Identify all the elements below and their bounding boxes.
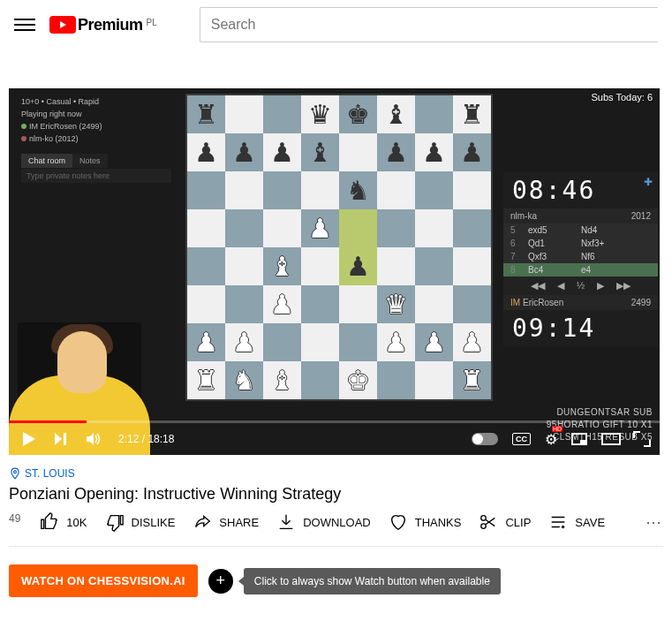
player1: IM EricRosen (2499) [29, 122, 102, 131]
square-b4 [225, 247, 263, 285]
more-button[interactable]: ⋯ [646, 512, 663, 532]
square-f8: ♝ [377, 95, 415, 133]
square-g3 [415, 285, 453, 323]
volume-button[interactable] [85, 430, 102, 448]
square-c5 [263, 209, 301, 247]
svg-point-3 [481, 524, 487, 529]
private-notes: Type private notes here [21, 169, 171, 183]
square-f1 [377, 361, 415, 399]
square-b1: ♞ [225, 361, 263, 399]
tooltip: Click to always show Watch button when a… [244, 568, 501, 594]
square-h8: ♜ [453, 95, 491, 133]
lichess-right-panel: 08:46 ✚ nlm-ka2012 5exd5Nd46Qd1Nxf3+7Qxf… [503, 172, 658, 346]
theater-button[interactable] [601, 433, 621, 445]
svg-rect-0 [64, 433, 66, 445]
location-tag[interactable]: ST. LOUIS [9, 467, 663, 480]
video-player[interactable]: Subs Today: 6 10+0 • Casual • Rapid Play… [9, 88, 660, 455]
square-g1 [415, 361, 453, 399]
square-g7: ♟ [415, 133, 453, 171]
top-clock: 08:46 [503, 172, 658, 208]
square-a5 [187, 209, 225, 247]
square-e6: ♞ [339, 171, 377, 209]
clip-button[interactable]: CLIP [479, 512, 531, 532]
thanks-button[interactable]: THANKS [389, 512, 462, 532]
square-e2 [339, 323, 377, 361]
square-a7: ♟ [187, 133, 225, 171]
square-g6 [415, 171, 453, 209]
square-g4 [415, 247, 453, 285]
square-a2: ♟ [187, 323, 225, 361]
square-h2: ♟ [453, 323, 491, 361]
square-f3: ♛ [377, 285, 415, 323]
bot-rating: 2499 [631, 298, 651, 307]
like-button[interactable]: 10K [40, 512, 87, 532]
square-e8: ♚ [339, 95, 377, 133]
square-e5 [339, 209, 377, 247]
square-d3 [301, 285, 339, 323]
share-button[interactable]: SHARE [193, 512, 259, 532]
subs-today: Subs Today: 6 [591, 92, 653, 102]
search-input[interactable] [200, 7, 658, 42]
square-h4 [453, 247, 491, 285]
save-button[interactable]: SAVE [548, 512, 605, 532]
fullscreen-button[interactable] [635, 433, 649, 445]
square-d1 [301, 361, 339, 399]
square-f2: ♟ [377, 323, 415, 361]
view-count: 49 [9, 512, 20, 525]
download-button[interactable]: DOWNLOAD [276, 512, 371, 532]
square-d5: ♟ [301, 209, 339, 247]
square-e7 [339, 133, 377, 171]
square-a6 [187, 171, 225, 209]
next-button[interactable] [53, 431, 69, 447]
move-row: 6Qd1Nxf3+ [503, 237, 658, 250]
player2: nlm-ko (2012) [29, 134, 79, 143]
youtube-icon [49, 16, 76, 34]
square-e4: ♟ [339, 247, 377, 285]
square-b6 [225, 171, 263, 209]
square-d7: ♝ [301, 133, 339, 171]
square-f5 [377, 209, 415, 247]
move-nav: ◀◀◀½▶▶▶ [503, 276, 658, 295]
move-row: 7Qxf3Nf6 [503, 250, 658, 263]
play-button[interactable] [19, 430, 37, 448]
square-c7: ♟ [263, 133, 301, 171]
square-d4 [301, 247, 339, 285]
plus-icon: ✚ [644, 176, 653, 188]
square-c4: ♝ [263, 247, 301, 285]
square-d6 [301, 171, 339, 209]
square-h5 [453, 209, 491, 247]
square-h3 [453, 285, 491, 323]
lichess-left-panel: 10+0 • Casual • Rapid Playing right now … [21, 95, 171, 183]
menu-button[interactable] [14, 14, 35, 35]
bot-clock: 09:14 [503, 310, 658, 346]
settings-button[interactable]: ⚙HD [545, 431, 557, 448]
dislike-button[interactable]: DISLIKE [105, 512, 176, 532]
square-b2: ♟ [225, 323, 263, 361]
add-always-button[interactable]: + [208, 569, 233, 594]
square-a8: ♜ [187, 95, 225, 133]
square-a4 [187, 247, 225, 285]
time-display: 2:12 / 18:18 [118, 433, 174, 445]
square-g5 [415, 209, 453, 247]
square-e1: ♚ [339, 361, 377, 399]
square-d2 [301, 323, 339, 361]
game-mode: 10+0 • Casual • Rapid [21, 95, 171, 108]
move-row: 5exd5Nd4 [503, 223, 658, 237]
chessvision-button[interactable]: WATCH ON CHESSVISION.AI [9, 564, 198, 597]
video-title: Ponziani Opening: Instructive Winning St… [9, 485, 663, 504]
square-c6 [263, 171, 301, 209]
game-state: Playing right now [21, 108, 171, 120]
square-c8 [263, 95, 301, 133]
square-c1: ♝ [263, 361, 301, 399]
square-a1: ♜ [187, 361, 225, 399]
square-h6 [453, 171, 491, 209]
miniplayer-button[interactable] [571, 433, 587, 445]
youtube-logo[interactable]: Premium PL [49, 16, 157, 34]
captions-button[interactable]: CC [512, 433, 531, 445]
chess-board: ♜♛♚♝♜♟♟♟♝♟♟♟♞♟♝♟♟♛♟♟♟♟♟♜♞♝♚♜ [185, 94, 493, 401]
location-text: ST. LOUIS [25, 467, 75, 480]
logo-text: Premium [78, 16, 143, 34]
autoplay-toggle[interactable] [472, 433, 498, 445]
square-c3: ♟ [263, 285, 301, 323]
svg-point-1 [14, 471, 17, 473]
